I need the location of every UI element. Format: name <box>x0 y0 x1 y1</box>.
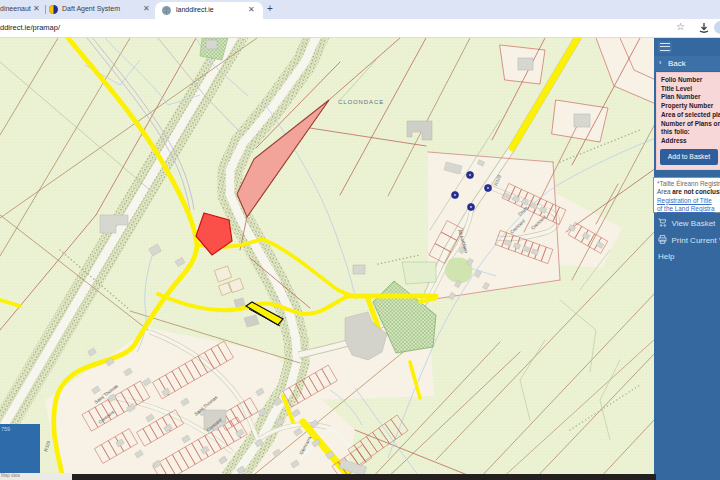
svg-text:CLOONDACE: CLOONDACE <box>338 99 384 105</box>
